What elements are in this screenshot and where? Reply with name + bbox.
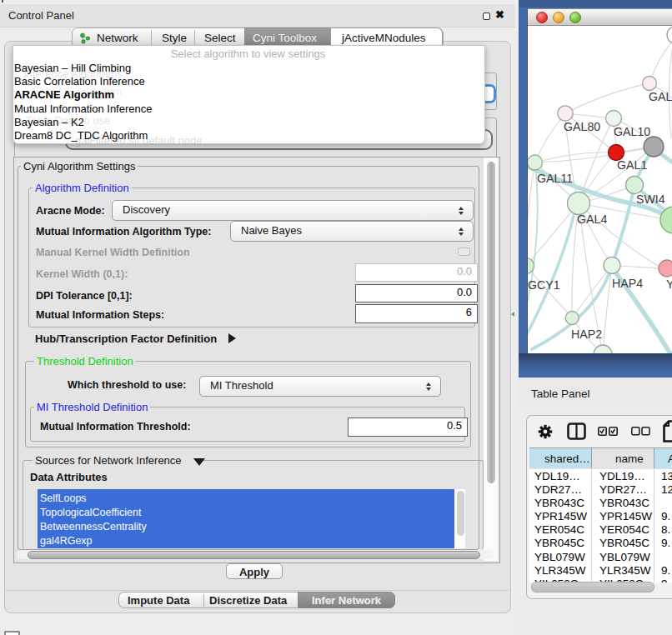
svg-text:GAL1: GAL1 xyxy=(617,158,647,172)
svg-text:SWI4: SWI4 xyxy=(636,192,665,206)
svg-text:HAP2: HAP2 xyxy=(571,328,602,341)
svg-text:GAL80: GAL80 xyxy=(564,120,600,133)
svg-text:HAP4: HAP4 xyxy=(612,277,643,290)
svg-text:Y: Y xyxy=(666,278,672,291)
svg-text:GCY1: GCY1 xyxy=(528,278,560,292)
svg-text:GAL4: GAL4 xyxy=(577,212,607,226)
svg-text:GAL: GAL xyxy=(649,90,672,103)
svg-text:GAL11: GAL11 xyxy=(537,172,573,185)
svg-text:GAL10: GAL10 xyxy=(614,125,650,138)
